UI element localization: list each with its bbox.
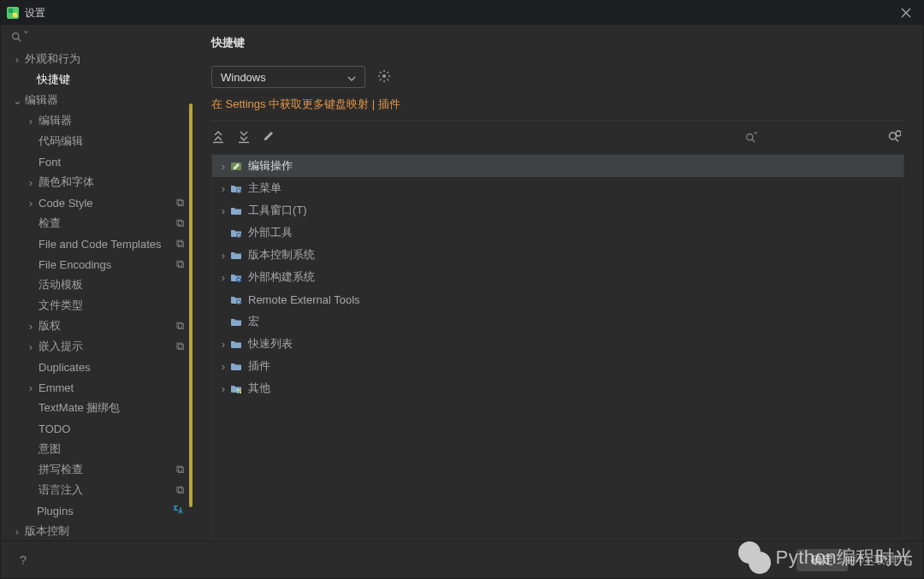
toolbar-left [211, 130, 275, 146]
sidebar-item-label: Code Style [38, 197, 176, 210]
chevron-icon: ⌄ [13, 94, 21, 107]
folder-icon [229, 204, 243, 217]
sidebar-item-label: File Encodings [38, 258, 176, 271]
svg-rect-25 [240, 392, 241, 393]
sidebar-item[interactable]: 快捷键 [1, 69, 192, 90]
search-dropdown-icon: ˅ [753, 130, 759, 143]
folder-icon [229, 337, 243, 351]
sidebar-item-label: 文件类型 [38, 298, 184, 313]
sidebar-item[interactable]: 文件类型 [1, 295, 192, 316]
keymap-row: Windows [211, 66, 904, 88]
tree-row-label: Remote External Tools [248, 293, 360, 306]
tree-row-label: 编辑操作 [248, 158, 293, 174]
sidebar-item[interactable]: ›Code Style⧉ [1, 192, 192, 213]
sidebar-item-label: 编辑器 [38, 113, 184, 128]
sidebar-item[interactable]: ›版权⧉ [1, 316, 192, 336]
svg-point-3 [13, 32, 19, 38]
tree-row[interactable]: ›编辑操作 [212, 155, 903, 177]
sidebar-item[interactable]: 活动模板 [1, 275, 192, 295]
sidebar-item[interactable]: 拼写检查⧉ [1, 459, 192, 480]
sidebar-item[interactable]: 检查⧉ [1, 213, 192, 233]
svg-point-21 [238, 301, 240, 303]
sidebar-item[interactable]: 意图 [1, 439, 192, 459]
tree-row[interactable]: ›外部工具 [212, 222, 903, 244]
tree-row[interactable]: ›主菜单 [212, 177, 903, 199]
ok-button[interactable]: 确定 [797, 549, 848, 571]
chevron-icon: › [13, 53, 21, 66]
sidebar-item[interactable]: Font [1, 151, 192, 172]
svg-point-5 [382, 74, 386, 78]
app-icon [6, 6, 20, 20]
sidebar-item[interactable]: ›嵌入提示⧉ [1, 336, 192, 357]
sidebar-item[interactable]: ›版本控制 [1, 521, 192, 541]
folder-gear-blue-icon [229, 270, 243, 284]
sidebar-item[interactable]: File Encodings⧉ [1, 254, 192, 275]
sidebar-item[interactable]: ⌄编辑器 [1, 90, 192, 110]
tree-row[interactable]: ›其他 [212, 377, 903, 399]
sidebar-item-label: Duplicates [38, 361, 184, 374]
sidebar-item-label: 编辑器 [25, 92, 184, 108]
chevron-icon: › [27, 115, 35, 127]
svg-rect-22 [237, 389, 239, 391]
sidebar-item-label: Plugins [37, 505, 172, 517]
folder-icon [229, 359, 243, 373]
chevron-icon: › [27, 320, 35, 333]
folder-gear-icon [229, 181, 243, 195]
find-shortcut-icon[interactable] [887, 130, 901, 146]
tree-row-label: 版本控制系统 [248, 247, 315, 263]
close-button[interactable] [894, 1, 918, 25]
tree-search[interactable]: ˅ [742, 128, 904, 147]
project-badge-icon: ⧉ [176, 257, 184, 271]
project-badge-icon: ⧉ [176, 319, 184, 333]
content-area: ˅ ›外观和行为快捷键⌄编辑器›编辑器代码编辑Font›颜色和字体›Code S… [1, 25, 923, 541]
sidebar-item[interactable]: TODO [1, 418, 192, 439]
svg-point-12 [896, 131, 901, 136]
main-panel: 快捷键 Windows 在 Settings 中获取更多键盘映射 | 插件 [192, 25, 923, 541]
sidebar-item[interactable]: Plugins [1, 500, 192, 521]
sidebar-item[interactable]: Duplicates [1, 357, 192, 377]
chevron-icon: › [27, 381, 35, 394]
tree-row-label: 主菜单 [248, 180, 281, 196]
gear-icon[interactable] [377, 69, 391, 86]
tree-row[interactable]: ›外部构建系统 [212, 266, 903, 288]
sidebar-item-label: 颜色和字体 [38, 174, 184, 190]
sidebar-item[interactable]: TextMate 捆绑包 [1, 398, 192, 418]
tree-row[interactable]: ›Remote External Tools [212, 288, 903, 310]
sidebar-search[interactable]: ˅ [1, 25, 192, 49]
edit-icon[interactable] [263, 130, 275, 146]
chevron-icon: › [217, 338, 229, 351]
watermark-sub: @51CTO博客 [848, 552, 912, 567]
chevron-icon: › [217, 204, 229, 217]
sidebar-item[interactable]: ›Emmet [1, 377, 192, 398]
tree-row[interactable]: ›宏 [212, 310, 903, 333]
expand-all-icon[interactable] [211, 130, 225, 146]
sidebar-item[interactable]: File and Code Templates⧉ [1, 233, 192, 254]
tree-row[interactable]: ›快速列表 [212, 333, 903, 355]
sidebar-item[interactable]: ›颜色和字体 [1, 172, 192, 192]
sidebar-item[interactable]: ›编辑器 [1, 110, 192, 131]
tree-row[interactable]: ›工具窗口(T) [212, 199, 903, 222]
tree-row-label: 宏 [248, 314, 259, 329]
project-badge-icon: ⧉ [176, 483, 184, 497]
sidebar-item[interactable]: 语言注入⧉ [1, 480, 192, 500]
edit-icon [229, 159, 243, 173]
tree-row[interactable]: ›插件 [212, 355, 903, 377]
help-button[interactable]: ? [13, 550, 33, 570]
page-title: 快捷键 [211, 25, 904, 61]
shortcut-tree[interactable]: ›编辑操作›主菜单›工具窗口(T)›外部工具›版本控制系统›外部构建系统›Rem… [211, 154, 904, 541]
tree-row-label: 工具窗口(T) [248, 203, 307, 218]
sidebar-item-label: Font [38, 156, 184, 168]
sidebar-item[interactable]: 代码编辑 [1, 131, 192, 151]
info-link[interactable]: 在 Settings 中获取更多键盘映射 | 插件 [211, 97, 904, 112]
tree-row-label: 外部构建系统 [248, 269, 315, 285]
project-badge-icon: ⧉ [176, 463, 184, 476]
sidebar-item-label: 检查 [38, 216, 176, 231]
tree-row[interactable]: ›版本控制系统 [212, 244, 903, 266]
keymap-select[interactable]: Windows [211, 66, 365, 88]
collapse-all-icon[interactable] [237, 130, 251, 146]
sidebar-item-label: 活动模板 [38, 277, 184, 292]
sidebar-item[interactable]: ›外观和行为 [1, 49, 192, 69]
chevron-down-icon [347, 71, 356, 84]
sidebar-item-label: 版权 [38, 318, 176, 334]
sidebar-list[interactable]: ›外观和行为快捷键⌄编辑器›编辑器代码编辑Font›颜色和字体›Code Sty… [1, 49, 192, 541]
